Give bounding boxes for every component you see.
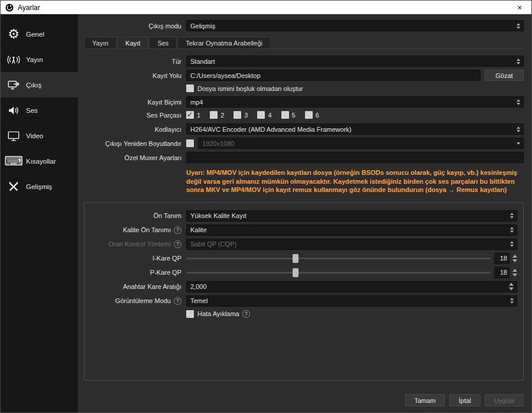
close-icon[interactable]: × bbox=[508, 1, 531, 14]
rate-control-select: Sabit QP (CQP) bbox=[186, 239, 517, 250]
rescale-value: 1920x1080 bbox=[202, 140, 234, 147]
debug-checkbox[interactable] bbox=[186, 310, 194, 318]
sidebar-item-label: Yayın bbox=[26, 56, 43, 63]
output-mode-select[interactable]: Gelişmiş bbox=[186, 20, 524, 31]
sidebar-item-cikis[interactable]: Çıkış bbox=[1, 72, 78, 97]
view-mode-label: Görüntüleme Modu ? bbox=[90, 297, 181, 305]
speaker-icon bbox=[5, 104, 22, 117]
i-frame-qp-stepper[interactable] bbox=[512, 255, 517, 262]
preset-value: Yüksek Kalite Kayıt bbox=[190, 212, 246, 219]
sidebar: ⚙ Genel Yayın Çıkış Ses bbox=[1, 14, 78, 412]
monitor-icon bbox=[5, 129, 22, 142]
audio-track-5: 5 bbox=[281, 111, 296, 119]
rescale-combobox[interactable]: 1920x1080 bbox=[198, 138, 524, 149]
tab-tekrar-oynatma[interactable]: Tekrar Oynatma Arabelleği bbox=[177, 37, 271, 48]
sidebar-item-ses[interactable]: Ses bbox=[1, 97, 78, 123]
chevron-updown-icon bbox=[510, 241, 514, 247]
rate-control-value: Sabit QP (CQP) bbox=[190, 240, 236, 248]
quality-preset-select[interactable]: Kalite bbox=[186, 225, 517, 236]
muxer-row: Özel Muxer Ayarları bbox=[84, 152, 524, 163]
sidebar-item-video[interactable]: Video bbox=[1, 123, 78, 148]
audio-track-4-label: 4 bbox=[268, 112, 271, 119]
encoder-label: Kodlayıcı bbox=[84, 126, 181, 133]
preset-row: Ön Tanım Yüksek Kalite Kayıt bbox=[90, 210, 517, 222]
chevron-updown-icon bbox=[517, 99, 520, 105]
window-title: Ayarlar bbox=[18, 4, 508, 12]
help-icon[interactable]: ? bbox=[242, 310, 250, 318]
sidebar-item-yayin[interactable]: Yayın bbox=[1, 47, 78, 72]
help-icon[interactable]: ? bbox=[174, 297, 181, 305]
audio-track-6-label: 6 bbox=[316, 112, 319, 119]
cancel-button[interactable]: İptal bbox=[449, 394, 481, 407]
mp4-warning-text: Uyarı: MP4/MOV için kaydedilen kayıtları… bbox=[186, 168, 524, 194]
audio-track-label: Ses Parçası bbox=[84, 112, 181, 119]
quality-preset-row: Kalite Ön Tanımı ? Kalite bbox=[90, 225, 517, 236]
sidebar-item-kisayollar[interactable]: ⌨ Kısayollar bbox=[1, 148, 78, 174]
keyframe-interval-label: Anahtar Kare Aralığı bbox=[90, 283, 181, 290]
obs-logo-icon bbox=[5, 4, 14, 12]
encoder-select[interactable]: H264/AVC Encoder (AMD Advanced Media Fra… bbox=[186, 123, 524, 135]
audio-track-row: Ses Parçası 1 2 3 4 5 6 bbox=[84, 110, 524, 119]
dialog-footer: Tamam İptal Uygula bbox=[84, 394, 524, 407]
audio-track-2-checkbox[interactable] bbox=[210, 111, 218, 119]
ok-button[interactable]: Tamam bbox=[405, 394, 445, 407]
chevron-updown-icon bbox=[517, 126, 520, 132]
sidebar-item-label: Çıkış bbox=[26, 82, 41, 89]
sidebar-item-label: Video bbox=[26, 132, 43, 139]
view-mode-select[interactable]: Temel bbox=[186, 295, 517, 307]
sidebar-item-genel[interactable]: ⚙ Genel bbox=[1, 21, 78, 47]
keyframe-interval-spinbox[interactable]: 2,000 bbox=[186, 281, 517, 292]
crossed-tools-icon bbox=[5, 180, 22, 193]
audio-track-1-checkbox[interactable] bbox=[186, 111, 194, 119]
i-frame-qp-value[interactable]: 18 bbox=[494, 253, 510, 264]
rescale-row: Çıkışı Yeniden Boyutlandır 1920x1080 bbox=[84, 138, 524, 149]
tab-ses[interactable]: Ses bbox=[149, 37, 177, 48]
p-frame-qp-stepper[interactable] bbox=[512, 269, 517, 277]
sidebar-item-label: Kısayollar bbox=[26, 158, 56, 165]
help-icon[interactable]: ? bbox=[174, 226, 181, 234]
gear-icon: ⚙ bbox=[5, 27, 22, 42]
tab-kayit[interactable]: Kayıt bbox=[117, 37, 148, 48]
output-mode-row: Çıkış modu Gelişmiş bbox=[84, 20, 524, 31]
p-frame-qp-value[interactable]: 18 bbox=[494, 267, 510, 278]
debug-label: Hata Ayıklama bbox=[197, 310, 239, 317]
settings-main: Çıkış modu Gelişmiş Yayın Kayıt Ses Tekr… bbox=[78, 14, 531, 412]
format-select[interactable]: mp4 bbox=[186, 96, 524, 108]
audio-track-2-label: 2 bbox=[220, 112, 224, 119]
apply-button[interactable]: Uygula bbox=[485, 394, 524, 407]
preset-select[interactable]: Yüksek Kalite Kayıt bbox=[186, 210, 517, 222]
recording-path-label: Kayıt Yolu bbox=[84, 72, 181, 79]
audio-track-3-checkbox[interactable] bbox=[233, 111, 241, 119]
help-icon[interactable]: ? bbox=[174, 240, 181, 248]
audio-track-5-checkbox[interactable] bbox=[281, 111, 289, 119]
no-space-checkbox[interactable] bbox=[186, 84, 194, 92]
rescale-checkbox[interactable] bbox=[186, 139, 194, 147]
settings-window: Ayarlar × ⚙ Genel Yayın Çıkış bbox=[0, 0, 532, 413]
i-frame-qp-slider[interactable] bbox=[186, 253, 491, 264]
sidebar-item-gelismis[interactable]: Gelişmiş bbox=[1, 174, 78, 199]
browse-button[interactable]: Gözat bbox=[485, 70, 524, 81]
p-frame-qp-slider[interactable] bbox=[186, 267, 491, 278]
chevron-down-icon bbox=[517, 142, 520, 145]
type-select[interactable]: Standart bbox=[186, 56, 524, 67]
p-frame-qp-row: P-Kare QP 18 bbox=[90, 267, 517, 278]
audio-track-6-checkbox[interactable] bbox=[305, 111, 313, 119]
sidebar-item-label: Ses bbox=[26, 107, 38, 114]
rate-control-row: Oran Kontrol Yöntemi ? Sabit QP (CQP) bbox=[90, 239, 517, 250]
audio-track-4-checkbox[interactable] bbox=[257, 111, 265, 119]
audio-track-5-label: 5 bbox=[292, 112, 296, 119]
no-space-label: Dosya ismini boşluk olmadan oluştur bbox=[197, 85, 303, 92]
recording-path-input[interactable]: C:/Users/aysea/Desktop bbox=[186, 70, 481, 81]
muxer-input[interactable] bbox=[186, 152, 524, 163]
audio-track-1: 1 bbox=[186, 111, 200, 119]
chevron-updown-icon bbox=[510, 213, 514, 219]
slider-handle[interactable] bbox=[293, 268, 299, 277]
i-frame-qp-label: I-Kare QP bbox=[90, 255, 181, 262]
audio-track-1-label: 1 bbox=[197, 112, 200, 119]
format-label: Kayıt Biçimi bbox=[84, 99, 181, 106]
spinner-updown-icon[interactable] bbox=[509, 283, 514, 291]
tab-yayin[interactable]: Yayın bbox=[84, 37, 116, 48]
chevron-updown-icon bbox=[517, 58, 520, 64]
rate-control-label: Oran Kontrol Yöntemi ? bbox=[90, 240, 181, 248]
slider-handle[interactable] bbox=[293, 254, 299, 263]
